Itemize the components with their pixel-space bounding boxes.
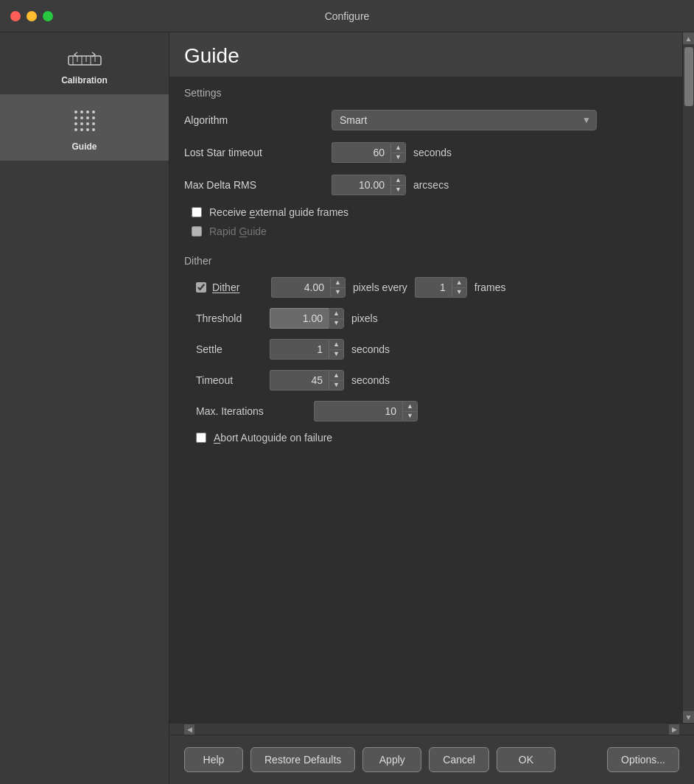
sidebar: Calibration (0, 32, 169, 784)
max-delta-rms-input[interactable] (332, 175, 390, 195)
timeout-input[interactable] (270, 370, 329, 391)
main-container: Calibration (0, 32, 694, 784)
cancel-button[interactable]: Cancel (429, 747, 489, 772)
content-area: Guide Settings Algorithm SmartHysteresis… (169, 32, 694, 784)
settings-section: Settings Algorithm SmartHysteresisLowpas… (169, 77, 682, 237)
timeout-row: Timeout ▲ ▼ seconds (184, 370, 667, 391)
svg-point-7 (74, 111, 77, 113)
scroll-up-button[interactable]: ▲ (683, 32, 694, 44)
dither-section-label: Dither (184, 255, 667, 267)
scroll-thumb[interactable] (684, 47, 693, 106)
dither-value-buttons: ▲ ▼ (330, 277, 346, 298)
ok-button[interactable]: OK (497, 747, 555, 772)
max-delta-rms-down[interactable]: ▼ (391, 185, 405, 195)
lost-star-timeout-row: Lost Star timeout ▲ ▼ seconds (184, 141, 667, 164)
svg-point-10 (92, 111, 95, 113)
sidebar-item-label-calibration: Calibration (61, 75, 108, 85)
algorithm-dropdown[interactable]: SmartHysteresisLowpassLowpass2Resist Swi… (332, 110, 597, 130)
threshold-input[interactable] (270, 308, 329, 329)
dither-value-input[interactable] (271, 277, 330, 298)
max-iterations-down[interactable]: ▼ (403, 411, 417, 421)
max-iterations-up[interactable]: ▲ (403, 402, 417, 411)
timeout-buttons: ▲ ▼ (329, 370, 344, 391)
settle-up[interactable]: ▲ (329, 340, 343, 349)
max-iterations-buttons: ▲ ▼ (402, 401, 418, 421)
frames-spinbox: ▲ ▼ (415, 277, 467, 298)
scroll-down-button[interactable]: ▼ (683, 711, 694, 723)
svg-point-16 (80, 122, 83, 125)
dither-checkbox[interactable] (196, 282, 206, 293)
max-iterations-row: Max. Iterations ▲ ▼ (184, 401, 667, 421)
svg-point-12 (80, 116, 83, 119)
threshold-up[interactable]: ▲ (329, 309, 343, 318)
content-inner[interactable]: Guide Settings Algorithm SmartHysteresis… (169, 32, 682, 723)
max-iterations-input[interactable] (314, 401, 402, 421)
close-button[interactable] (10, 11, 21, 21)
scrollbar-track: ▲ ▼ (682, 32, 694, 723)
max-delta-rms-unit: arcsecs (413, 179, 449, 191)
sidebar-item-calibration[interactable]: Calibration (0, 40, 169, 94)
settle-down[interactable]: ▼ (329, 349, 343, 360)
frames-down[interactable]: ▼ (452, 287, 466, 298)
max-delta-rms-buttons: ▲ ▼ (390, 175, 406, 195)
timeout-label: Timeout (196, 374, 270, 386)
lost-star-timeout-buttons: ▲ ▼ (390, 142, 406, 163)
timeout-unit: seconds (351, 374, 390, 386)
lost-star-timeout-label: Lost Star timeout (184, 147, 332, 158)
sidebar-item-guide[interactable]: Guide (0, 94, 169, 161)
svg-point-20 (80, 128, 83, 131)
scroll-wrapper: Guide Settings Algorithm SmartHysteresis… (169, 32, 694, 723)
svg-point-22 (92, 128, 95, 131)
algorithm-label: Algorithm (184, 114, 332, 126)
lost-star-timeout-unit: seconds (413, 147, 452, 158)
dither-value-down[interactable]: ▼ (331, 287, 345, 298)
timeout-up[interactable]: ▲ (329, 371, 343, 380)
dither-value-spinbox: ▲ ▼ (271, 277, 346, 298)
rapid-guide-row: Rapid Guide (184, 225, 667, 237)
svg-point-8 (80, 111, 83, 113)
dither-main-row: Dither ▲ ▼ pixels every ▲ (184, 277, 667, 298)
lost-star-timeout-input[interactable] (332, 142, 390, 163)
maximize-button[interactable] (43, 11, 53, 21)
rapid-guide-label: Rapid Guide (209, 225, 267, 237)
abort-autoguide-checkbox[interactable] (196, 433, 206, 443)
threshold-down[interactable]: ▼ (329, 318, 343, 329)
rapid-guide-checkbox[interactable] (192, 226, 202, 237)
lost-star-timeout-down[interactable]: ▼ (391, 153, 405, 163)
abort-autoguide-row: Abort Autoguide on failure (184, 432, 667, 444)
threshold-row: Threshold ▲ ▼ pixels (184, 308, 667, 329)
settle-row: Settle ▲ ▼ seconds (184, 339, 667, 360)
help-button[interactable]: Help (184, 747, 243, 772)
threshold-spinbox: ▲ ▼ (270, 308, 344, 329)
dither-value-up[interactable]: ▲ (331, 278, 345, 287)
max-delta-rms-spinbox: ▲ ▼ (332, 175, 406, 195)
frames-input[interactable] (415, 277, 452, 298)
max-iterations-label: Max. Iterations (196, 405, 314, 417)
guide-title: Guide (184, 44, 667, 68)
options-button[interactable]: Options... (607, 747, 679, 772)
h-scroll-right-button[interactable]: ▶ (669, 724, 679, 735)
frames-up[interactable]: ▲ (452, 278, 466, 287)
apply-button[interactable]: Apply (362, 747, 421, 772)
restore-defaults-button[interactable]: Restore Defaults (250, 747, 355, 772)
window-controls[interactable] (10, 11, 53, 21)
timeout-down[interactable]: ▼ (329, 380, 343, 391)
threshold-buttons: ▲ ▼ (329, 308, 344, 329)
minimize-button[interactable] (27, 11, 37, 21)
settle-unit: seconds (351, 343, 390, 355)
max-delta-rms-up[interactable]: ▲ (391, 175, 405, 185)
horizontal-scrollbar: ◀ ▶ (169, 723, 694, 735)
receive-external-checkbox[interactable] (192, 207, 202, 217)
settle-input[interactable] (270, 339, 329, 360)
frames-buttons: ▲ ▼ (452, 277, 467, 298)
lost-star-timeout-up[interactable]: ▲ (391, 143, 405, 153)
dither-label: Dither (212, 281, 264, 293)
h-scroll-left-button[interactable]: ◀ (184, 724, 194, 735)
settings-label: Settings (184, 87, 667, 99)
frames-label: frames (474, 281, 506, 293)
lost-star-timeout-spinbox: ▲ ▼ (332, 142, 406, 163)
max-delta-rms-row: Max Delta RMS ▲ ▼ arcsecs (184, 174, 667, 196)
threshold-label: Threshold (196, 312, 270, 324)
svg-point-17 (86, 122, 89, 125)
timeout-spinbox: ▲ ▼ (270, 370, 344, 391)
